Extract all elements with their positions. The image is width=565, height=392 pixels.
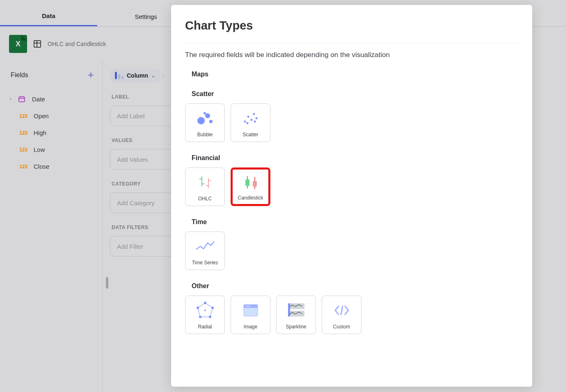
svg-point-25 [209, 316, 211, 318]
card-label: Candlestick [238, 195, 263, 201]
svg-point-31 [245, 306, 246, 307]
svg-point-33 [249, 306, 249, 307]
time-row: Time Series [185, 232, 518, 270]
svg-rect-19 [245, 179, 249, 186]
svg-point-8 [253, 113, 255, 115]
scatter-icon [231, 104, 270, 132]
card-label: Bubble [197, 132, 213, 138]
svg-point-23 [204, 302, 206, 304]
card-label: Image [244, 324, 257, 330]
svg-point-11 [254, 121, 256, 123]
svg-point-10 [246, 122, 248, 124]
svg-point-28 [204, 309, 206, 311]
card-label: Custom [333, 324, 350, 330]
divider [185, 43, 518, 44]
svg-point-5 [244, 121, 246, 123]
svg-point-32 [247, 306, 248, 307]
svg-point-9 [255, 117, 257, 119]
chart-card-candlestick[interactable]: Candlestick [231, 167, 270, 206]
svg-point-7 [250, 119, 252, 121]
svg-point-1 [197, 117, 205, 124]
group-maps: Maps [192, 71, 518, 78]
other-row: Radial Image Spa [185, 296, 518, 334]
card-label: OHLC [198, 196, 212, 202]
chart-card-sparkline[interactable]: Sparkline [276, 296, 316, 334]
scatter-row: Bubble Scatter [185, 103, 518, 142]
svg-point-4 [204, 112, 206, 115]
chart-card-radial[interactable]: Radial [185, 296, 225, 334]
sparkline-icon [277, 296, 316, 324]
svg-point-26 [199, 316, 201, 318]
card-label: Sparkline [286, 324, 306, 330]
chart-card-ohlc[interactable]: OHLC [185, 167, 225, 206]
ohlc-icon [185, 168, 224, 196]
custom-icon [322, 296, 361, 324]
svg-point-2 [205, 113, 210, 118]
chart-card-scatter[interactable]: Scatter [231, 103, 270, 142]
chart-card-timeseries[interactable]: Time Series [185, 232, 225, 270]
image-icon [231, 296, 270, 324]
chart-card-image[interactable]: Image [231, 296, 270, 334]
chart-types-popover: Chart Types The required fields will be … [171, 5, 532, 387]
group-other: Other [192, 282, 518, 290]
svg-line-37 [341, 306, 343, 314]
chart-card-custom[interactable]: Custom [322, 296, 361, 334]
svg-point-6 [247, 116, 249, 118]
radial-icon [185, 296, 224, 324]
group-time: Time [192, 218, 518, 226]
popover-title: Chart Types [185, 19, 518, 32]
bubble-icon [185, 104, 224, 132]
chart-card-bubble[interactable]: Bubble [185, 103, 225, 142]
popover-subtitle: The required fields will be indicated de… [185, 51, 518, 59]
svg-point-3 [209, 120, 213, 123]
svg-point-27 [197, 307, 199, 309]
financial-row: OHLC Candlestick [185, 167, 518, 206]
candlestick-icon [233, 170, 268, 195]
card-label: Radial [198, 324, 212, 330]
card-label: Scatter [242, 132, 258, 138]
svg-point-24 [211, 307, 214, 309]
group-scatter: Scatter [192, 90, 518, 98]
card-label: Time Series [192, 260, 218, 266]
group-financial: Financial [192, 154, 518, 162]
svg-rect-21 [253, 181, 257, 187]
timeseries-icon [185, 232, 224, 260]
